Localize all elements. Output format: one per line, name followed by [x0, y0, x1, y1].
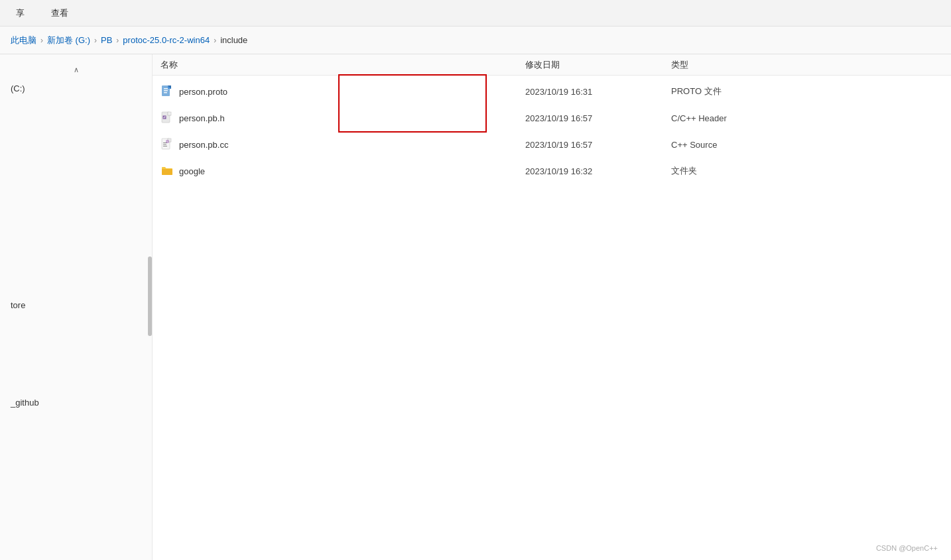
file-name-google: google	[160, 164, 525, 178]
file-name-label-google: google	[179, 166, 205, 176]
col-header-name[interactable]: 名称	[160, 59, 525, 71]
sidebar: ∧ (C:) tore _github	[0, 54, 153, 560]
breadcrumb-protoc[interactable]: protoc-25.0-rc-2-win64	[123, 35, 210, 45]
file-name-label-person-pb-h: person.pb.h	[179, 113, 225, 123]
breadcrumb-drive-g[interactable]: 新加卷 (G:)	[47, 34, 90, 46]
file-type-person-pb-cc: C++ Source	[671, 140, 943, 150]
watermark: CSDN @OpenC++	[876, 544, 938, 552]
file-name-label-person-proto: person.proto	[179, 87, 227, 97]
breadcrumb-sep-4: ›	[214, 36, 216, 45]
h-file-icon	[160, 111, 174, 125]
svg-rect-2	[164, 90, 168, 91]
svg-rect-11	[164, 117, 166, 119]
sidebar-item-c-drive[interactable]: (C:)	[0, 80, 152, 97]
sidebar-item-store[interactable]: tore	[0, 296, 152, 314]
file-name-label-person-pb-cc: person.pb.cc	[179, 140, 228, 150]
breadcrumb-sep-1: ›	[40, 36, 43, 45]
file-row-person-pb-h[interactable]: person.pb.h 2023/10/19 16:57 C/C++ Heade…	[153, 105, 951, 131]
file-date-person-pb-cc: 2023/10/19 16:57	[525, 140, 671, 150]
proto-file-icon	[160, 85, 174, 98]
svg-rect-3	[164, 92, 167, 93]
breadcrumb-sep-3: ›	[116, 36, 119, 45]
menu-view[interactable]: 查看	[46, 5, 74, 22]
menu-share[interactable]: 享	[11, 5, 30, 22]
breadcrumb-bar: 此电脑 › 新加卷 (G:) › PB › protoc-25.0-rc-2-w…	[0, 27, 951, 54]
sidebar-item-github[interactable]: _github	[0, 394, 152, 412]
file-name-person-pb-h: person.pb.h	[160, 111, 525, 125]
file-type-google: 文件夹	[671, 165, 943, 177]
breadcrumb-this-pc[interactable]: 此电脑	[11, 34, 36, 46]
folder-icon	[160, 164, 174, 178]
svg-rect-8	[168, 112, 171, 115]
svg-rect-17	[163, 146, 167, 146]
file-row-google[interactable]: google 2023/10/19 16:32 文件夹	[153, 158, 951, 184]
breadcrumb-include: include	[220, 35, 247, 45]
sidebar-scroll-up-icon[interactable]: ∧	[74, 66, 79, 74]
file-date-person-proto: 2023/10/19 16:31	[525, 87, 671, 97]
breadcrumb-sep-2: ›	[94, 36, 97, 45]
file-row-person-pb-cc[interactable]: person.pb.cc 2023/10/19 16:57 C++ Source	[153, 131, 951, 158]
svg-rect-16	[163, 144, 166, 145]
svg-rect-10	[163, 116, 164, 117]
file-date-person-pb-h: 2023/10/19 16:57	[525, 113, 671, 123]
file-row-person-proto[interactable]: person.proto 2023/10/19 16:31 PROTO 文件	[153, 78, 951, 105]
svg-rect-1	[164, 88, 168, 89]
menu-bar: 享 查看	[0, 0, 951, 27]
file-name-person-proto: person.proto	[160, 85, 525, 98]
cc-file-icon	[160, 138, 174, 151]
col-header-type[interactable]: 类型	[671, 59, 943, 71]
file-date-google: 2023/10/19 16:32	[525, 166, 671, 176]
breadcrumb-pb[interactable]: PB	[101, 35, 112, 45]
file-name-person-pb-cc: person.pb.cc	[160, 138, 525, 151]
column-headers: 名称 修改日期 类型	[153, 54, 951, 76]
col-header-date[interactable]: 修改日期	[525, 59, 671, 71]
file-list: person.proto 2023/10/19 16:31 PROTO 文件	[153, 76, 951, 187]
sidebar-scrollbar[interactable]	[148, 54, 152, 560]
sidebar-scrollbar-thumb[interactable]	[148, 256, 152, 336]
file-area: 名称 修改日期 类型	[153, 54, 951, 560]
file-type-person-proto: PROTO 文件	[671, 85, 943, 97]
file-type-person-pb-h: C/C++ Header	[671, 113, 943, 123]
main-layout: ∧ (C:) tore _github 名称 修改日期 类型	[0, 54, 951, 560]
